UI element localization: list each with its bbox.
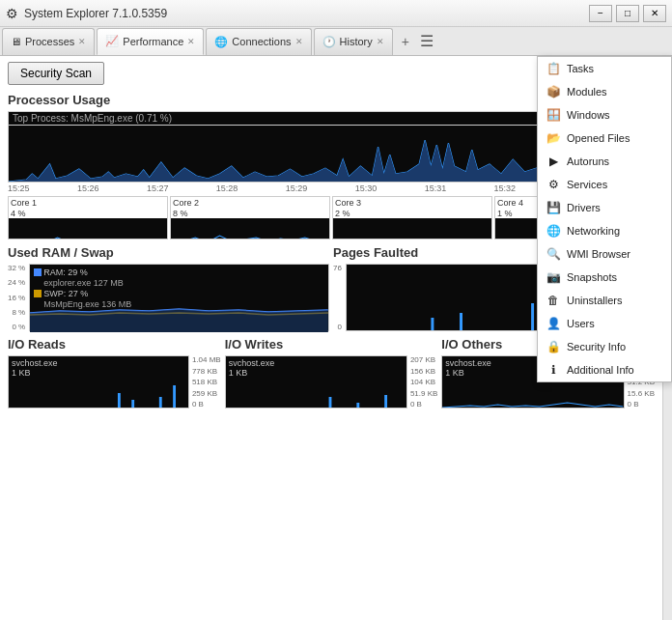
core-2-label: Core 2: [171, 197, 329, 209]
tab-bar: 🖥 Processes ✕ 📈 Performance ✕ 🌐 Connecti…: [0, 27, 672, 56]
tab-connections-close[interactable]: ✕: [295, 37, 303, 46]
tab-performance-close[interactable]: ✕: [187, 37, 195, 46]
tab-connections[interactable]: 🌐 Connections ✕: [206, 28, 311, 55]
close-button[interactable]: ✕: [643, 5, 666, 22]
snapshots-icon: 📷: [546, 269, 561, 285]
tab-add-button[interactable]: +: [395, 31, 416, 52]
drivers-icon: 💾: [546, 200, 561, 215]
time-3: 15:28: [216, 183, 238, 193]
svg-rect-3: [333, 218, 491, 240]
ram-color-indicator: [34, 268, 42, 276]
io-reads-process-label: svchost.exe 1 KB: [12, 358, 58, 378]
io-reads-axis: 1.04 MB 778 KB 518 KB 259 KB 0 B: [191, 355, 221, 409]
core-2-pct: 8 %: [171, 209, 329, 218]
uninstallers-icon: 🗑: [546, 293, 561, 308]
core-1-label: Core 1: [9, 197, 167, 209]
menu-item-autoruns[interactable]: ▶ Autoruns: [538, 150, 671, 173]
ram-pct-32: 32 %: [8, 264, 25, 272]
ram-title: Used RAM / Swap: [8, 245, 329, 260]
io-others-v4: 0 B: [628, 400, 655, 409]
modules-icon: 📦: [546, 84, 561, 99]
io-writes-section: I/O Writes svchost.exe 1 KB: [225, 337, 438, 409]
menu-item-security-info[interactable]: 🔒 Security Info: [538, 335, 671, 358]
core-1-box: Core 1 4 %: [8, 196, 168, 240]
tab-processes[interactable]: 🖥 Processes ✕: [2, 28, 95, 55]
io-others-v3: 15.6 KB: [628, 389, 655, 398]
io-writes-v3: 51.9 KB: [410, 389, 437, 398]
title-bar: ⚙ System Explorer 7.1.0.5359 − □ ✕: [0, 0, 672, 27]
menu-item-networking[interactable]: 🌐 Networking: [538, 219, 671, 242]
menu-item-windows[interactable]: 🪟 Windows: [538, 103, 671, 127]
minimize-button[interactable]: −: [589, 5, 612, 22]
io-writes-chart: svchost.exe 1 KB: [225, 355, 407, 409]
tab-performance[interactable]: 📈 Performance ✕: [97, 28, 204, 55]
tab-history-close[interactable]: ✕: [377, 37, 384, 46]
title-bar-controls: − □ ✕: [589, 5, 666, 22]
maximize-button[interactable]: □: [616, 5, 639, 22]
core-2-chart: [171, 218, 329, 240]
menu-button[interactable]: ☰: [420, 32, 434, 50]
io-writes-v1: 156 KB: [410, 367, 437, 376]
io-reads-v0: 1.04 MB: [192, 355, 221, 364]
menu-item-opened-files[interactable]: 📂 Opened Files: [538, 127, 671, 150]
menu-item-modules-label: Modules: [567, 86, 607, 98]
menu-item-additional-info[interactable]: ℹ Additional Info: [538, 358, 671, 381]
ram-process-label: explorer.exe 127 MB: [34, 278, 131, 288]
menu-item-users-label: Users: [567, 318, 595, 329]
security-info-icon: 🔒: [546, 339, 561, 354]
menu-item-wmi-browser[interactable]: 🔍 WMI Browser: [538, 242, 671, 266]
io-reads-chart: svchost.exe 1 KB: [8, 355, 189, 409]
menu-item-windows-label: Windows: [567, 109, 610, 121]
swp-pct-label: SWP: 27 %: [43, 289, 88, 298]
windows-icon: 🪟: [546, 107, 561, 123]
menu-item-wmi-browser-label: WMI Browser: [567, 248, 630, 260]
io-writes-title: I/O Writes: [225, 337, 438, 352]
users-icon: 👤: [546, 316, 561, 331]
wmi-browser-icon: 🔍: [546, 246, 561, 262]
menu-item-modules[interactable]: 📦 Modules: [538, 80, 671, 103]
time-4: 15:29: [286, 183, 308, 193]
io-reads-process: svchost.exe: [12, 358, 58, 368]
menu-item-tasks[interactable]: 📋 Tasks: [538, 57, 671, 80]
ram-chart-container: RAM: 29 % explorer.exe 127 MB SWP: 27 % …: [29, 264, 329, 331]
menu-item-networking-label: Networking: [567, 225, 620, 237]
menu-item-snapshots[interactable]: 📷 Snapshots: [538, 266, 671, 289]
menu-item-uninstallers[interactable]: 🗑 Uninstallers: [538, 289, 671, 312]
tab-performance-label: Performance: [123, 36, 183, 47]
io-reads-v1: 778 KB: [192, 367, 221, 376]
menu-item-users[interactable]: 👤 Users: [538, 312, 671, 335]
ram-chart-area: RAM: 29 % explorer.exe 127 MB SWP: 27 % …: [29, 264, 329, 331]
ram-pct-8: 8 %: [8, 308, 25, 317]
time-1: 15:26: [77, 183, 99, 193]
opened-files-icon: 📂: [546, 130, 561, 146]
core-1-pct: 4 %: [9, 209, 167, 218]
io-writes-v0: 207 KB: [410, 355, 437, 364]
ram-labels-overlay: RAM: 29 % explorer.exe 127 MB SWP: 27 % …: [34, 267, 131, 309]
connections-icon: 🌐: [214, 36, 228, 48]
io-reads-title: I/O Reads: [8, 337, 221, 352]
pages-pct-76: 76: [333, 264, 342, 272]
ram-pct-label: RAM: 29 %: [43, 268, 88, 277]
menu-item-services[interactable]: ⚙ Services: [538, 173, 671, 196]
io-reads-value: 1 KB: [12, 368, 58, 378]
io-writes-v4: 0 B: [410, 400, 437, 409]
io-reads-v3: 259 KB: [192, 389, 221, 398]
ram-section: Used RAM / Swap 32 % 24 % 16 % 8 % 0 %: [8, 245, 329, 331]
menu-item-drivers[interactable]: 💾 Drivers: [538, 196, 671, 219]
dropdown-menu: 📋 Tasks 📦 Modules 🪟 Windows 📂 Opened Fil…: [537, 56, 672, 382]
performance-icon: 📈: [105, 35, 119, 47]
autoruns-icon: ▶: [546, 154, 561, 169]
ram-pct-16: 16 %: [8, 294, 25, 302]
app-icon: ⚙: [6, 6, 18, 21]
pages-pct-axis: 76 0: [333, 264, 344, 331]
swp-color-indicator: [34, 290, 42, 297]
time-0: 15:25: [8, 183, 30, 193]
additional-info-icon: ℹ: [546, 362, 561, 378]
menu-item-tasks-label: Tasks: [567, 63, 594, 74]
security-scan-button[interactable]: Security Scan: [8, 62, 104, 85]
tab-history[interactable]: 🕐 History ✕: [314, 28, 393, 55]
svg-rect-1: [9, 218, 167, 240]
io-writes-value: 1 KB: [229, 368, 275, 378]
tab-processes-close[interactable]: ✕: [78, 37, 86, 46]
swp-label: SWP: 27 %: [34, 289, 131, 298]
